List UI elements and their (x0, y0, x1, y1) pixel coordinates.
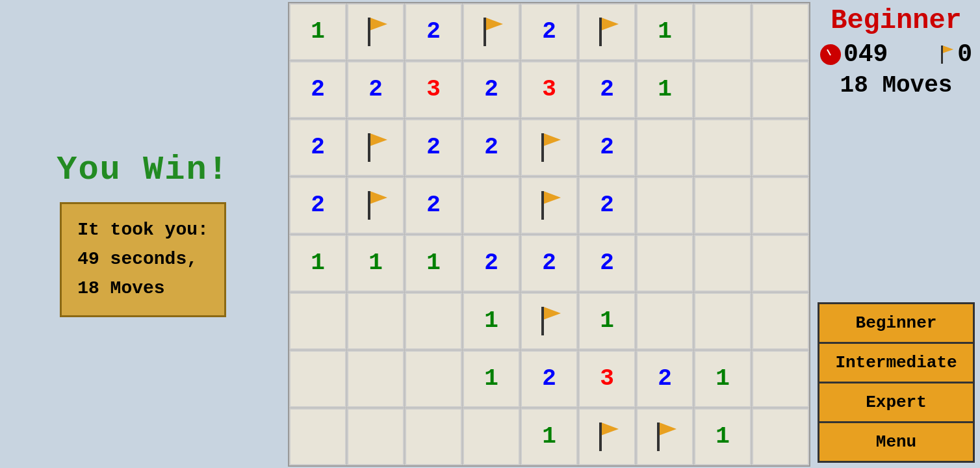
cell-5-8[interactable] (752, 292, 809, 350)
flag-icon (360, 15, 391, 49)
cell-0-8[interactable] (752, 3, 809, 60)
flag-icon (534, 304, 565, 338)
cell-3-3[interactable] (463, 177, 520, 234)
cell-4-1[interactable]: 1 (347, 235, 404, 292)
cell-7-6[interactable] (636, 408, 693, 465)
cell-3-5[interactable]: 2 (578, 177, 636, 234)
minesweeper-grid: 122122323212222222111222111232111 (288, 2, 810, 467)
stats-line3: 18 Moves (77, 274, 209, 304)
cell-4-4[interactable]: 2 (521, 235, 578, 292)
cell-2-5[interactable]: 2 (578, 119, 636, 176)
cell-5-2[interactable] (405, 292, 462, 350)
cell-2-6[interactable] (636, 119, 693, 176)
cell-5-0[interactable] (289, 292, 346, 350)
cell-2-4[interactable] (521, 119, 578, 176)
cell-2-1[interactable] (347, 119, 404, 176)
cell-6-4[interactable]: 2 (521, 350, 578, 408)
cell-4-0[interactable]: 1 (289, 235, 346, 292)
cell-0-5[interactable] (578, 3, 636, 60)
cell-6-8[interactable] (752, 350, 809, 408)
cell-3-1[interactable] (347, 177, 404, 234)
cell-0-2[interactable]: 2 (405, 3, 462, 60)
intermediate-button[interactable]: Intermediate (818, 342, 975, 382)
cell-3-0[interactable]: 2 (289, 177, 346, 234)
cell-0-1[interactable] (347, 3, 404, 60)
cell-4-6[interactable] (636, 235, 693, 292)
cell-1-7[interactable] (694, 61, 751, 118)
stats-line1: It took you: (77, 216, 209, 245)
flag-display: 0 (936, 40, 972, 68)
cell-5-4[interactable] (521, 292, 578, 350)
cell-7-0[interactable] (289, 408, 346, 465)
cell-1-0[interactable]: 2 (289, 61, 346, 118)
cell-0-7[interactable] (694, 3, 751, 60)
cell-6-6[interactable]: 2 (636, 350, 693, 408)
cell-4-8[interactable] (752, 235, 809, 292)
cell-0-0[interactable]: 1 (289, 3, 346, 60)
cell-4-5[interactable]: 2 (578, 235, 636, 292)
cell-0-3[interactable] (463, 3, 520, 60)
cell-1-5[interactable]: 2 (578, 61, 636, 118)
cell-3-8[interactable] (752, 177, 809, 234)
timer-display: 049 (820, 40, 888, 68)
cell-6-7[interactable]: 1 (694, 350, 751, 408)
flag-icon (649, 420, 680, 454)
cell-1-2[interactable]: 3 (405, 61, 462, 118)
cell-3-2[interactable]: 2 (405, 177, 462, 234)
difficulty-title: Beginner (818, 5, 975, 36)
cell-0-6[interactable]: 1 (636, 3, 693, 60)
cell-4-2[interactable]: 1 (405, 235, 462, 292)
flag-icon (476, 15, 507, 49)
cell-5-5[interactable]: 1 (578, 292, 636, 350)
cell-7-8[interactable] (752, 408, 809, 465)
cell-6-1[interactable] (347, 350, 404, 408)
flag-small-icon (936, 44, 955, 65)
cell-2-0[interactable]: 2 (289, 119, 346, 176)
cell-4-3[interactable]: 2 (463, 235, 520, 292)
beginner-button[interactable]: Beginner (818, 302, 975, 342)
cell-7-4[interactable]: 1 (521, 408, 578, 465)
cell-7-2[interactable] (405, 408, 462, 465)
cell-1-8[interactable] (752, 61, 809, 118)
cell-2-3[interactable]: 2 (463, 119, 520, 176)
flag-icon (534, 131, 565, 164)
cell-6-3[interactable]: 1 (463, 350, 520, 408)
cell-4-7[interactable] (694, 235, 751, 292)
cell-2-2[interactable]: 2 (405, 119, 462, 176)
cell-7-1[interactable] (347, 408, 404, 465)
cell-6-5[interactable]: 3 (578, 350, 636, 408)
timer-value: 049 (844, 40, 888, 68)
cell-7-3[interactable] (463, 408, 520, 465)
cell-6-0[interactable] (289, 350, 346, 408)
expert-button[interactable]: Expert (818, 382, 975, 421)
cell-7-5[interactable] (578, 408, 636, 465)
cell-5-3[interactable]: 1 (463, 292, 520, 350)
moves-display: 18 Moves (818, 72, 975, 99)
left-panel: You Win! It took you: 49 seconds, 18 Mov… (0, 0, 286, 468)
difficulty-buttons: Beginner Intermediate Expert Menu (818, 107, 975, 463)
cell-3-7[interactable] (694, 177, 751, 234)
flag-icon (591, 15, 623, 49)
cell-3-4[interactable] (521, 177, 578, 234)
cell-7-7[interactable]: 1 (694, 408, 751, 465)
cell-5-7[interactable] (694, 292, 751, 350)
flag-icon (360, 188, 391, 222)
cell-2-7[interactable] (694, 119, 751, 176)
cell-0-4[interactable]: 2 (521, 3, 578, 60)
grid-area: 122122323212222222111222111232111 (286, 0, 812, 468)
cell-1-1[interactable]: 2 (347, 61, 404, 118)
flag-icon (360, 131, 391, 164)
stats-box: It took you: 49 seconds, 18 Moves (60, 202, 226, 317)
stats-row: 049 0 (818, 40, 975, 68)
cell-2-8[interactable] (752, 119, 809, 176)
menu-button[interactable]: Menu (818, 421, 975, 463)
cell-3-6[interactable] (636, 177, 693, 234)
cell-1-4[interactable]: 3 (521, 61, 578, 118)
stats-line2: 49 seconds, (77, 245, 209, 274)
cell-1-6[interactable]: 1 (636, 61, 693, 118)
cell-6-2[interactable] (405, 350, 462, 408)
cell-1-3[interactable]: 2 (463, 61, 520, 118)
flag-icon (534, 188, 565, 222)
cell-5-6[interactable] (636, 292, 693, 350)
cell-5-1[interactable] (347, 292, 404, 350)
